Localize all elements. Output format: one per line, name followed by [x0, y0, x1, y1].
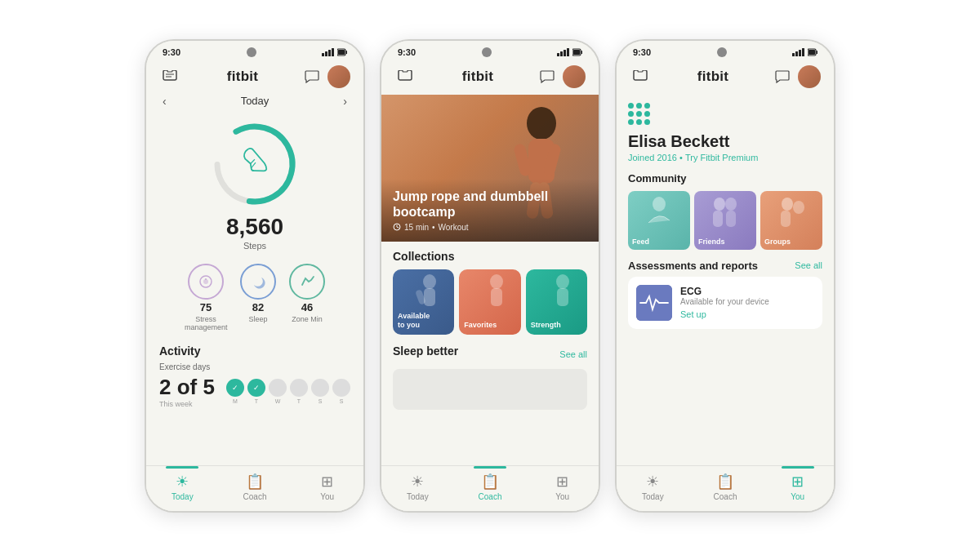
- day-label-t: T: [247, 398, 265, 404]
- nav-you-3[interactable]: ⊞ You: [773, 473, 822, 501]
- see-all-you[interactable]: See all: [795, 260, 822, 270]
- community-friends[interactable]: Friends: [694, 191, 756, 250]
- svg-rect-51: [713, 211, 723, 227]
- groups-figure: [771, 194, 812, 235]
- nav-today-1[interactable]: ☀ Today: [158, 473, 207, 501]
- message-icon-3[interactable]: [775, 70, 790, 83]
- svg-rect-18: [564, 50, 566, 56]
- you-content: Elisa Beckett Joined 2016 • Try Fitbit P…: [617, 95, 834, 465]
- community-groups[interactable]: Groups: [760, 191, 822, 250]
- groups-label: Groups: [764, 238, 818, 246]
- clock-icon: [393, 223, 401, 231]
- collection-available[interactable]: Availableto you: [393, 269, 454, 335]
- status-icons-1: [322, 48, 347, 56]
- phone2-content: Jump rope and dumbbell bootcamp 15 min •…: [381, 95, 599, 511]
- menu-icon-3[interactable]: [630, 66, 651, 87]
- activity-section: Activity Exercise days 2 of 5 This week: [146, 338, 363, 465]
- collections-title: Collections: [393, 250, 587, 263]
- svg-rect-38: [557, 288, 568, 306]
- camera-notch-2: [482, 47, 492, 57]
- svg-rect-52: [726, 211, 736, 227]
- signal-icon: [322, 48, 335, 56]
- battery-icon: [337, 48, 347, 56]
- nav-you-1[interactable]: ⊞ You: [303, 473, 352, 501]
- premium-link[interactable]: Try Fitbit Premium: [685, 153, 758, 162]
- coach-icon-3: 📋: [716, 473, 734, 491]
- ecg-setup[interactable]: Set up: [680, 309, 769, 319]
- svg-rect-55: [781, 211, 791, 227]
- profile-name: Elisa Beckett: [628, 132, 822, 151]
- collection-strength[interactable]: Strength: [526, 269, 587, 335]
- ecg-thumbnail: [636, 285, 672, 321]
- app-title-3: fitbit: [697, 69, 729, 85]
- you-label-1: You: [320, 492, 334, 501]
- hero-type: Workout: [439, 223, 469, 232]
- stress-icon: [197, 273, 215, 291]
- you-label-2: You: [555, 492, 569, 501]
- day-dots: [226, 379, 350, 397]
- hero-workout[interactable]: Jump rope and dumbbell bootcamp 15 min •…: [381, 95, 599, 242]
- next-arrow[interactable]: ›: [343, 95, 347, 108]
- you-icon-2: ⊞: [556, 473, 568, 491]
- logo-dot-6: [644, 111, 650, 117]
- nav-coach-1[interactable]: 📋 Coach: [230, 473, 279, 501]
- svg-rect-8: [167, 70, 172, 72]
- fitbit-logo: [628, 103, 651, 126]
- join-text: Joined 2016 •: [628, 153, 683, 162]
- day-dot-wed: [269, 379, 287, 397]
- steps-ring: [210, 119, 300, 209]
- community-row: Feed Friends: [628, 191, 822, 250]
- svg-rect-47: [638, 70, 643, 72]
- svg-point-53: [782, 198, 793, 211]
- hero-title: Jump rope and dumbbell bootcamp: [393, 189, 587, 220]
- battery-icon-3: [808, 48, 817, 56]
- steps-icon: [240, 149, 270, 178]
- menu-icon-1[interactable]: [159, 66, 180, 87]
- message-icon-1[interactable]: [305, 70, 319, 83]
- clipboard-icon-2: [397, 70, 413, 83]
- nav-coach-3[interactable]: 📋 Coach: [701, 473, 750, 501]
- coach-label-3: Coach: [714, 492, 737, 501]
- logo-dot-3: [644, 103, 650, 109]
- see-all-coach[interactable]: See all: [559, 349, 587, 359]
- svg-rect-33: [424, 288, 435, 306]
- svg-rect-22: [573, 50, 580, 55]
- collection-favorites[interactable]: Favorites: [459, 269, 520, 335]
- nav-you-2[interactable]: ⊞ You: [538, 473, 587, 501]
- stress-circle: [188, 264, 224, 300]
- hero-duration: 15 min: [404, 223, 429, 232]
- avatar-1[interactable]: [327, 65, 350, 88]
- day-dots-area: M T W T S S: [226, 379, 350, 404]
- camera-notch-1: [247, 47, 256, 57]
- community-feed[interactable]: Feed: [628, 191, 690, 250]
- prev-arrow[interactable]: ‹: [163, 95, 167, 108]
- zone-metric: 46 Zone Min: [289, 264, 325, 331]
- nav-today-3[interactable]: ☀ Today: [628, 473, 677, 501]
- menu-icon-2[interactable]: [394, 66, 416, 87]
- bottom-nav-3: ☀ Today 📋 Coach ⊞ You: [617, 465, 834, 511]
- sleep-label: Sleep: [248, 315, 267, 323]
- svg-rect-45: [808, 50, 815, 55]
- today-icon-2: ☀: [411, 473, 424, 491]
- feed-figure: [639, 194, 679, 235]
- app-title-1: fitbit: [227, 69, 259, 85]
- hero-meta: 15 min • Workout: [393, 223, 587, 232]
- signal-icon-3: [792, 48, 805, 56]
- today-label-2: Today: [407, 492, 429, 501]
- message-icon-2[interactable]: [540, 70, 555, 83]
- metrics-row: 75 Stressmanagement 82 Sleep: [146, 257, 363, 338]
- svg-rect-17: [560, 51, 563, 56]
- zone-circle: [289, 264, 325, 300]
- app-header-2: fitbit: [381, 60, 599, 95]
- avatar-2[interactable]: [563, 65, 586, 88]
- ecg-sub: Available for your device: [680, 297, 769, 306]
- svg-point-37: [556, 274, 569, 289]
- sleep-better-title: Sleep better: [393, 344, 458, 358]
- avatar-3[interactable]: [798, 65, 821, 88]
- zone-value: 46: [301, 301, 313, 313]
- stress-label: Stressmanagement: [185, 315, 227, 331]
- nav-today-2[interactable]: ☀ Today: [393, 473, 442, 501]
- nav-coach-2[interactable]: 📋 Coach: [466, 473, 514, 501]
- ecg-card[interactable]: ECG Available for your device Set up: [628, 277, 822, 329]
- battery-icon-2: [572, 48, 582, 56]
